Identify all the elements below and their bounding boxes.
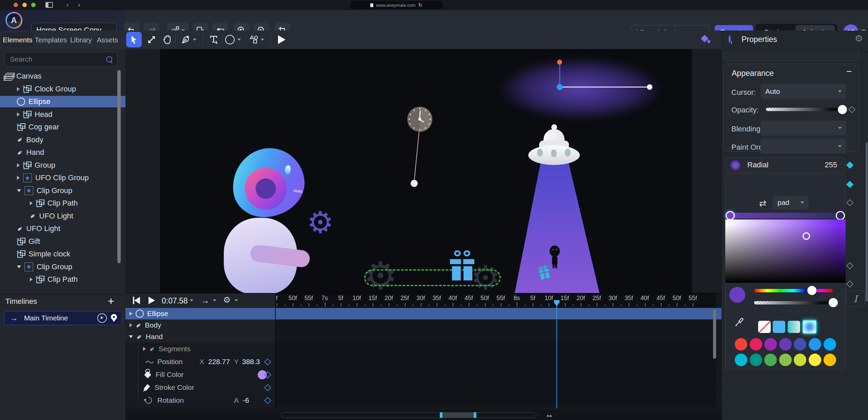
collapse-arrow[interactable] — [129, 335, 133, 338]
swatch-8bc34a[interactable] — [779, 354, 792, 366]
expand-arrow[interactable] — [17, 266, 21, 268]
layer-row-gift[interactable]: Gift — [0, 236, 134, 247]
layer-row-group[interactable]: Group — [0, 160, 134, 171]
ai-assistant-icon[interactable] — [698, 32, 713, 47]
pen-tool-button[interactable] — [178, 32, 200, 47]
swatch-3f51b5[interactable] — [794, 338, 806, 351]
layer-row-clip-path[interactable]: Clip Path — [0, 274, 147, 285]
swatch-00bcd4[interactable] — [735, 354, 747, 366]
track-row-ellipse[interactable]: Ellipse — [125, 308, 722, 319]
track-row-rotation[interactable]: Rotation A -6 — [125, 394, 722, 407]
alpha-slider-track[interactable] — [754, 301, 833, 304]
shapes-tool-button[interactable] — [245, 32, 268, 47]
pendulum-ball[interactable] — [411, 180, 418, 187]
timeline-vertical-scrollbar[interactable] — [713, 310, 716, 359]
dashed-path-shape[interactable] — [364, 269, 501, 286]
easing-curve-button[interactable]: I — [846, 291, 865, 307]
minimize-window-icon[interactable] — [22, 3, 27, 7]
select-tool-button[interactable] — [126, 32, 142, 47]
expand-arrow[interactable] — [17, 189, 21, 192]
scale-tool-button[interactable] — [144, 32, 159, 47]
add-timeline-button[interactable]: + — [108, 295, 114, 308]
fill-type-keyframe-icon[interactable] — [846, 181, 853, 188]
ellipse-tool-button[interactable] — [222, 32, 244, 47]
zoom-range-track[interactable] — [281, 412, 536, 418]
expand-arrow[interactable] — [130, 323, 132, 327]
layer-row-ufo-light[interactable]: ✒UFO Light — [0, 210, 147, 222]
abducted-alien-shape[interactable] — [549, 246, 561, 268]
swatch-4caf50[interactable] — [764, 354, 777, 366]
layer-row-ufo-light[interactable]: ✒UFO Light — [0, 223, 134, 234]
expand-arrow[interactable] — [17, 87, 20, 91]
tab-library[interactable]: Library — [68, 33, 94, 47]
purple-gear-shape[interactable]: ⚙ — [307, 208, 334, 237]
canvas-viewport[interactable]: ⚙ ⚙ ⚙ — [125, 49, 722, 293]
gradient-stop-end[interactable] — [836, 211, 845, 220]
saturation-value-box[interactable] — [725, 219, 846, 283]
position-y-value[interactable]: 388.3 — [242, 358, 260, 366]
fill-none-button[interactable] — [758, 321, 771, 333]
swatch-e91e63[interactable] — [750, 338, 762, 351]
nebula-shape[interactable] — [475, 49, 686, 129]
layer-row-head[interactable]: Head — [0, 109, 134, 120]
track-row-body[interactable]: ✒ Body — [125, 319, 722, 331]
expand-arrow[interactable] — [30, 277, 33, 281]
zoom-window-icon[interactable] — [31, 3, 36, 7]
fill-keyframe-icon[interactable] — [846, 162, 853, 169]
spread-method-select[interactable]: pad — [773, 196, 809, 209]
tab-elements[interactable]: Elements — [1, 33, 34, 47]
close-window-icon[interactable] — [14, 3, 18, 7]
tab-templates[interactable]: Templates — [35, 33, 67, 47]
panel-settings-icon[interactable]: ⚙ — [855, 33, 863, 44]
reverse-gradient-icon[interactable]: ⇄ — [759, 198, 767, 209]
collapse-section-icon[interactable]: − — [846, 66, 852, 77]
pan-tool-button[interactable] — [159, 32, 175, 47]
paint-order-select[interactable] — [761, 139, 846, 154]
clock-shape[interactable] — [407, 107, 432, 132]
layer-row-cog-gear[interactable]: Cog gear — [0, 121, 134, 133]
expand-arrow[interactable] — [143, 347, 146, 351]
keyframe-icon[interactable] — [846, 262, 853, 269]
fill-solid-button[interactable] — [773, 321, 785, 333]
fill-radial-gradient-button[interactable] — [802, 320, 817, 334]
app-logo[interactable]: A — [5, 12, 22, 29]
swatch-03a9f4[interactable] — [824, 338, 836, 351]
swatch-f44336[interactable] — [735, 338, 747, 351]
hue-slider-knob[interactable] — [807, 286, 816, 295]
rotation-value[interactable]: -6 — [243, 396, 249, 404]
spread-keyframe-icon[interactable] — [846, 199, 853, 206]
tab-assets[interactable]: Assets — [95, 33, 120, 47]
keyframe-diamond-icon[interactable] — [264, 384, 271, 391]
swatch-673ab7[interactable] — [779, 338, 792, 351]
main-timeline-item[interactable]: → Main Timeline — [4, 311, 122, 325]
gradient-stop-track[interactable] — [732, 213, 839, 218]
keyframe-diamond-icon[interactable] — [264, 397, 271, 404]
opacity-slider-knob[interactable] — [838, 105, 847, 114]
track-row-stroke-color[interactable]: Stroke Color — [125, 381, 722, 394]
layer-row-clip-path[interactable]: Clip Path — [0, 197, 147, 209]
play-preview-button[interactable] — [274, 32, 290, 47]
gift-shape[interactable] — [450, 250, 475, 281]
playhead-line[interactable] — [556, 301, 557, 408]
gradient-radius-handle[interactable] — [647, 84, 652, 90]
layer-row-canvas[interactable]: Canvas — [0, 70, 122, 82]
track-row-fill-color[interactable]: Fill Color — [125, 368, 722, 381]
zoom-range-handle-left[interactable] — [440, 412, 442, 418]
expand-arrow[interactable] — [130, 312, 132, 316]
layer-row-clock-group[interactable]: Clock Group — [0, 83, 134, 95]
swatch-009688[interactable] — [750, 354, 762, 366]
layer-row-hand[interactable]: ✒Hand — [0, 147, 134, 158]
location-pin-icon[interactable] — [111, 314, 117, 320]
browser-forward-icon[interactable]: › — [78, 1, 80, 8]
cursor-select[interactable]: Auto — [761, 84, 846, 99]
track-row-position[interactable]: Position X 228.77 Y 388.3 — [125, 355, 722, 368]
browser-back-icon[interactable]: ‹ — [66, 1, 68, 8]
zoom-range-handle-right[interactable] — [474, 412, 476, 418]
keyframe-diamond-icon[interactable] — [264, 358, 271, 365]
keyframe-icon[interactable] — [846, 280, 853, 288]
expand-arrow[interactable] — [17, 176, 20, 180]
layer-row-clip-group[interactable]: ★Clip Group — [0, 185, 134, 196]
gradient-stop-start[interactable] — [726, 211, 735, 220]
alpha-slider-knob[interactable] — [829, 298, 838, 307]
layers-scrollbar[interactable] — [117, 70, 121, 263]
